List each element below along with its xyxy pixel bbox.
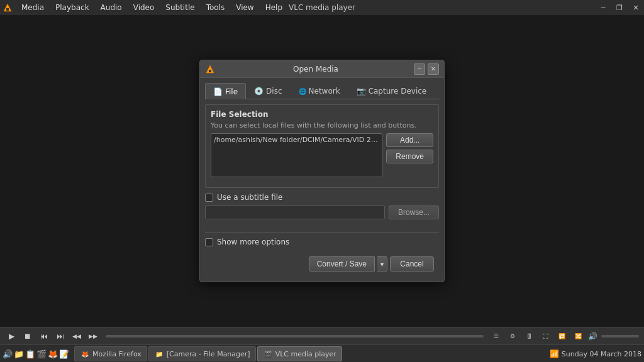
vlc-taskbar-icon: 🎬 [263,349,273,359]
random-button[interactable]: 🔀 [572,330,584,343]
filemanager-taskbar-label: [Camera - File Manager] [167,350,250,358]
taskbar-app-filemanager[interactable]: 📁 [Camera - File Manager] [148,346,256,361]
tab-file[interactable]: 📄 File [205,83,246,99]
dialog-titlebar-buttons: − ✕ [414,63,439,75]
firefox-taskbar-label: Mozilla Firefox [92,350,142,358]
menu-item-video[interactable]: Video [128,2,160,13]
minimize-button[interactable]: − [595,0,611,15]
restore-button[interactable]: ❐ [611,0,628,15]
subtitle-checkbox-label: Use a subtitle file [217,193,282,202]
network-tray-icon[interactable]: 📶 [550,349,559,358]
browse-subtitle-button[interactable]: Browse... [389,206,439,219]
svg-rect-1 [6,8,9,11]
close-button[interactable]: ✕ [628,0,644,15]
volume-icon: 🔊 [588,332,597,341]
dialog-tabs: 📄 File 💿 Disc 🌐 Network 📷 Capture Device [205,83,439,99]
cancel-button[interactable]: Cancel [390,256,434,272]
disc-tab-icon: 💿 [254,87,264,96]
subtitle-checkbox[interactable] [205,194,213,202]
menu-item-playback[interactable]: Playback [50,2,94,13]
stop-button[interactable]: ⏹ [21,330,34,343]
open-media-dialog: Open Media − ✕ 📄 File 💿 Disc [199,60,445,282]
menu-item-tools[interactable]: Tools [201,2,230,13]
system-tray: 📶 Sunday 04 March 2018 [550,349,641,358]
tab-file-label: File [225,87,238,96]
fullscreen-button[interactable]: ⛶ [539,330,552,343]
vlc-taskbar-label: VLC media player [275,350,336,358]
svg-rect-3 [209,70,211,72]
vscode-system-icon[interactable]: 📝 [59,349,69,359]
network-tab-icon: 🌐 [299,88,306,95]
window-title: VLC media player [289,3,355,12]
dialog-title: Open Media [218,65,414,74]
taskbar-apps: 🔊 📁 📋 🎬 🦊 📝 🦊 Mozilla Firefox 📁 [Camera … [3,346,550,361]
file-tab-icon: 📄 [213,87,223,96]
more-options-label: Show more options [217,238,289,246]
menu-bar: VLC media player Media Playback Audio Vi… [0,0,644,15]
filemanager-taskbar-icon: 📁 [154,349,164,359]
dialog-minimize-button[interactable]: − [414,63,425,75]
file-list-area: /home/ashish/New folder/DCIM/Camera/VID … [211,133,433,177]
next-button[interactable]: ⏭ [54,330,67,343]
tab-capture-device[interactable]: 📷 Capture Device [348,83,435,99]
file-selection-section: File Selection You can select local file… [205,104,439,188]
convert-save-dropdown-button[interactable]: ▾ [377,256,387,272]
subtitle-section: Use a subtitle file Browse... [205,193,439,227]
tab-disc-label: Disc [266,87,282,96]
taskbar: ▶ ⏹ ⏮ ⏭ ◀◀ ▶▶ ☰ ⚙ 🎛 ⛶ 🔁 🔀 🔊 🔊 📁 📋 🎬 🦊 📝 [0,327,644,362]
subtitle-input-row: Browse... [205,206,439,219]
file-list-entry: /home/ashish/New folder/DCIM/Camera/VID … [214,135,379,145]
menu-item-audio[interactable]: Audio [96,2,127,13]
play-button[interactable]: ▶ [5,330,18,343]
remove-file-button[interactable]: Remove [386,150,433,163]
effects-button[interactable]: 🎛 [523,330,535,343]
main-content: Open Media − ✕ 📄 File 💿 Disc [0,15,644,327]
file-selection-desc: You can select local files with the foll… [211,121,433,129]
menu-item-media[interactable]: Media [16,2,49,13]
frame-prev-button[interactable]: ◀◀ [70,330,83,343]
menu-item-view[interactable]: View [231,2,258,13]
progress-bar[interactable] [106,335,484,337]
menu-item-subtitle[interactable]: Subtitle [160,2,199,13]
convert-save-button[interactable]: Convert / Save [309,256,375,272]
more-options-checkbox[interactable] [205,238,213,246]
dialog-overlay: Open Media − ✕ 📄 File 💿 Disc [0,15,644,327]
files-system-icon[interactable]: 📋 [25,349,35,359]
tab-capture-label: Capture Device [369,87,427,96]
taskbar-app-vlc[interactable]: 🎬 VLC media player [257,346,342,361]
subtitle-file-input[interactable] [205,206,385,219]
tab-network[interactable]: 🌐 Network [291,83,348,99]
folder-system-icon[interactable]: 📁 [14,349,24,359]
player-controls: ▶ ⏹ ⏮ ⏭ ◀◀ ▶▶ ☰ ⚙ 🎛 ⛶ 🔁 🔀 🔊 [0,327,644,345]
audio-system-icon[interactable]: 🔊 [3,349,13,359]
file-list[interactable]: /home/ashish/New folder/DCIM/Camera/VID … [211,133,382,177]
file-selection-title: File Selection [211,110,433,119]
vlc-app-icon [3,3,13,13]
tab-disc[interactable]: 💿 Disc [246,83,290,99]
firefox-taskbar-icon: 🦊 [80,349,90,359]
playlist-button[interactable]: ☰ [490,330,502,343]
taskbar-app-firefox[interactable]: 🦊 Mozilla Firefox [74,346,147,361]
vlc-system-icon[interactable]: 🎬 [36,349,47,359]
dialog-titlebar: Open Media − ✕ [200,60,444,78]
add-file-button[interactable]: Add... [386,133,433,147]
dialog-vlc-icon [205,64,215,74]
extended-button[interactable]: ⚙ [506,330,519,343]
subtitle-checkbox-row: Use a subtitle file [205,193,439,202]
firefox-system-icon[interactable]: 🦊 [48,349,58,359]
menu-item-help[interactable]: Help [260,2,287,13]
volume-slider[interactable] [601,335,639,337]
capture-tab-icon: 📷 [357,87,366,96]
file-action-buttons: Add... Remove [386,133,433,177]
separator [205,232,439,233]
loop-button[interactable]: 🔁 [555,330,568,343]
dialog-footer: Convert / Save ▾ Cancel [205,253,439,277]
more-options-row: Show more options [205,238,439,246]
system-icons: 🔊 📁 📋 🎬 🦊 📝 [3,349,69,359]
frame-next-button[interactable]: ▶▶ [87,330,99,343]
dialog-close-button[interactable]: ✕ [428,63,439,75]
prev-button[interactable]: ⏮ [38,330,50,343]
dialog-body: 📄 File 💿 Disc 🌐 Network 📷 Capture Device [200,78,444,282]
window-controls: − ❐ ✕ [595,0,644,15]
system-taskbar: 🔊 📁 📋 🎬 🦊 📝 🦊 Mozilla Firefox 📁 [Camera … [0,345,644,362]
